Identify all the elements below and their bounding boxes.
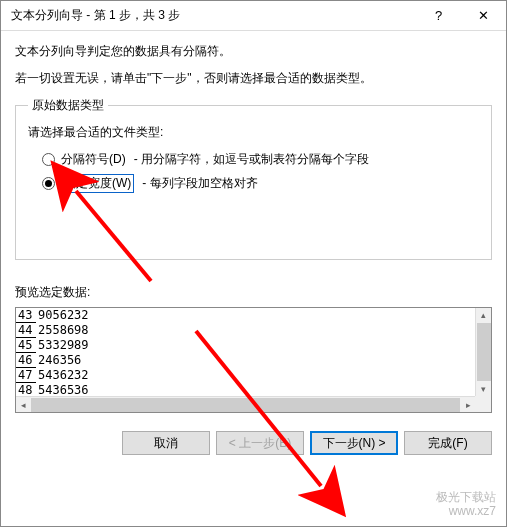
data-type-fieldset: 原始数据类型 请选择最合适的文件类型: 分隔符号(D) - 用分隔字符，如逗号或…: [15, 97, 492, 260]
dialog-content: 文本分列向导判定您的数据具有分隔符。 若一切设置无误，请单击"下一步"，否则请选…: [1, 31, 506, 260]
scroll-up-icon[interactable]: ▴: [477, 308, 491, 322]
table-row: 475436232: [16, 368, 475, 383]
scroll-corner: [475, 396, 491, 412]
back-button: < 上一步(B): [216, 431, 304, 455]
close-button[interactable]: ✕: [461, 1, 506, 30]
radio-fixed-width-label: 固定宽度(W): [61, 174, 134, 193]
horizontal-scrollbar[interactable]: ◂ ▸: [16, 396, 475, 412]
preview-content: 439056232 442558698 455332989 46246356 4…: [16, 308, 475, 396]
scroll-right-icon[interactable]: ▸: [461, 398, 475, 412]
cancel-button[interactable]: 取消: [122, 431, 210, 455]
titlebar: 文本分列向导 - 第 1 步，共 3 步 ? ✕: [1, 1, 506, 31]
radio-delimited[interactable]: [42, 153, 55, 166]
finish-button[interactable]: 完成(F): [404, 431, 492, 455]
window-controls: ? ✕: [416, 1, 506, 30]
table-row: 485436536: [16, 383, 475, 396]
radio-delimited-desc: - 用分隔字符，如逗号或制表符分隔每个字段: [134, 151, 369, 168]
button-row: 取消 < 上一步(B) 下一步(N) > 完成(F): [1, 413, 506, 455]
radio-fixed-width[interactable]: [42, 177, 55, 190]
table-row: 442558698: [16, 323, 475, 338]
intro-text-2: 若一切设置无误，请单击"下一步"，否则请选择最合适的数据类型。: [15, 70, 492, 87]
preview-label: 预览选定数据:: [15, 284, 506, 301]
watermark: 极光下载站 www.xz7: [436, 490, 496, 518]
scroll-thumb-h[interactable]: [31, 398, 460, 412]
vertical-scrollbar[interactable]: ▴ ▾: [475, 308, 491, 396]
fieldset-legend: 原始数据类型: [28, 97, 108, 114]
radio-delimited-label: 分隔符号(D): [61, 151, 126, 168]
next-button[interactable]: 下一步(N) >: [310, 431, 398, 455]
table-row: 439056232: [16, 308, 475, 323]
scroll-left-icon[interactable]: ◂: [16, 398, 30, 412]
window-title: 文本分列向导 - 第 1 步，共 3 步: [11, 7, 180, 24]
preview-box: 439056232 442558698 455332989 46246356 4…: [15, 307, 492, 413]
radio-fixed-width-desc: - 每列字段加空格对齐: [142, 175, 257, 192]
table-row: 455332989: [16, 338, 475, 353]
table-row: 46246356: [16, 353, 475, 368]
fieldset-prompt: 请选择最合适的文件类型:: [28, 124, 479, 141]
scroll-down-icon[interactable]: ▾: [477, 382, 491, 396]
help-button[interactable]: ?: [416, 1, 461, 30]
intro-text-1: 文本分列向导判定您的数据具有分隔符。: [15, 43, 492, 60]
radio-fixed-width-row[interactable]: 固定宽度(W) - 每列字段加空格对齐: [42, 174, 479, 193]
scroll-thumb-v[interactable]: [477, 323, 491, 381]
radio-delimited-row[interactable]: 分隔符号(D) - 用分隔字符，如逗号或制表符分隔每个字段: [42, 151, 479, 168]
